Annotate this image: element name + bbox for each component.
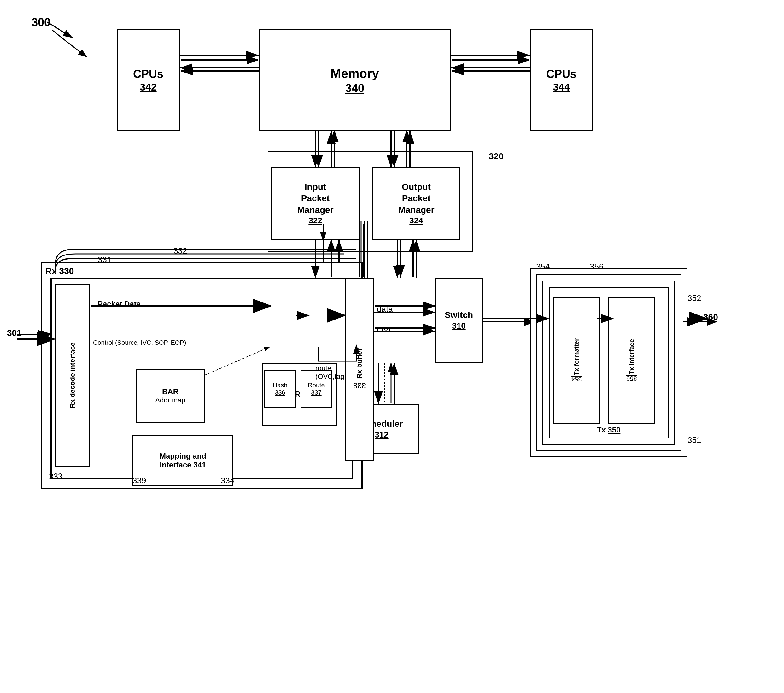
- mapping-label: Mapping and Interface 341: [160, 452, 206, 469]
- output-packet-mgr-label: Output Packet Manager: [398, 182, 434, 216]
- rx-buffer-ref: 338: [353, 381, 366, 390]
- tx-interface-label: Tx interface: [628, 339, 636, 375]
- tx-block-box: Tx formatter 354 Tx interface 356 Tx 350: [549, 287, 669, 439]
- arrow-360: [681, 315, 722, 328]
- cpus-left-ref: 342: [140, 81, 156, 93]
- control-label: Control (Source, IVC, SOP, EOP): [93, 339, 186, 346]
- ref-354: 354: [536, 262, 550, 272]
- hash-box: Hash 336: [264, 370, 296, 408]
- cpus-right-label: CPUs: [546, 67, 576, 82]
- ref-339: 339: [132, 476, 146, 485]
- rx-ref: 330: [59, 266, 74, 276]
- output-packet-mgr-box: Output Packet Manager 324: [372, 167, 460, 240]
- route-label: Route: [308, 382, 324, 389]
- ovc-label: OVC: [377, 325, 395, 335]
- tx-formatter-ref: 354: [571, 375, 581, 383]
- switch-ref: 310: [452, 321, 466, 331]
- cpus-left-box: CPUs 342: [117, 29, 180, 131]
- tx-interface-ref: 356: [626, 375, 637, 382]
- memory-box: Memory 340: [259, 29, 451, 131]
- rx-buffer-label: Rx buffer: [356, 348, 364, 379]
- route-ovc-tag-label: route (OVC,tag): [315, 364, 347, 381]
- switch-label: Switch: [445, 309, 473, 321]
- cpus-right-box: CPUs 344: [530, 29, 593, 131]
- bar-addr-label: Addr map: [155, 396, 185, 404]
- arrow-301: [16, 328, 57, 341]
- ref-331: 331: [98, 255, 111, 265]
- cpus-left-label: CPUs: [133, 67, 163, 82]
- cpus-right-ref: 344: [553, 81, 570, 93]
- rx-decode-box: Rx decode interface: [55, 284, 90, 467]
- ref-333: 333: [49, 472, 63, 481]
- ref-332: 332: [173, 246, 187, 256]
- svg-line-39: [47, 22, 72, 38]
- scheduler-ref: 312: [375, 430, 388, 440]
- tx-interface-box: Tx interface 356: [608, 297, 656, 424]
- route-ref: 337: [311, 389, 321, 396]
- arrow-300: [44, 19, 82, 44]
- tx-formatter-label: Tx formatter: [573, 338, 580, 375]
- memory-ref: 340: [345, 82, 364, 95]
- tx-label: Tx 350: [597, 426, 621, 434]
- diagram-container: 300 Memory 340 CPUs 342 CPUs 344 320 Inp…: [0, 0, 784, 693]
- hash-ref: 336: [275, 389, 285, 396]
- ref-320: 320: [489, 152, 504, 162]
- hash-label: Hash: [273, 382, 288, 389]
- switch-box: Switch 310: [435, 277, 483, 363]
- data-label: data: [377, 304, 393, 314]
- rx-decode-label: Rx decode interface: [68, 342, 77, 408]
- mapping-box: Mapping and Interface 341: [132, 435, 233, 486]
- ref-351: 351: [687, 435, 701, 445]
- output-packet-mgr-ref: 324: [409, 216, 423, 226]
- rx-label: Rx 330: [45, 266, 74, 276]
- ref-352: 352: [687, 293, 701, 303]
- bar-label: BAR: [162, 387, 178, 396]
- bar-box: BAR Addr map: [136, 369, 205, 423]
- memory-label: Memory: [331, 65, 379, 82]
- ref-356: 356: [590, 262, 603, 272]
- input-packet-mgr-box: Input Packet Manager 322: [271, 167, 359, 240]
- input-packet-mgr-label: Input Packet Manager: [297, 182, 333, 216]
- tx-formatter-box: Tx formatter 354: [553, 297, 600, 424]
- ref-334: 334: [221, 476, 234, 485]
- input-packet-mgr-ref: 322: [308, 216, 322, 226]
- packet-data-label: Packet Data: [98, 300, 141, 309]
- rx-buffer-box: Rx buffer 338: [345, 277, 374, 460]
